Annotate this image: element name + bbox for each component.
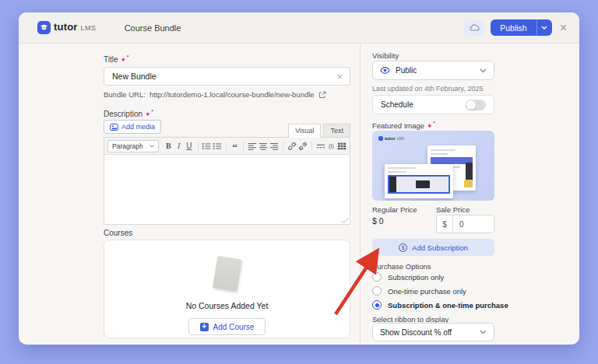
desktop-background: tutor LMS Course Bundle Publish × Title✦ — [0, 0, 598, 364]
page-title: Course Bundle — [125, 23, 181, 33]
align-left-button[interactable] — [248, 140, 257, 152]
header-actions: Publish × — [464, 19, 568, 36]
regular-price-label: Regular Price — [372, 205, 417, 214]
publish-split-button: Publish — [491, 19, 551, 36]
toolbar-divider — [226, 142, 227, 151]
empty-state-illustration — [212, 256, 241, 292]
dollar-circle-icon: $ — [399, 243, 407, 252]
radio-icon — [372, 272, 382, 282]
unlink-button[interactable] — [298, 140, 308, 152]
numbered-list-button[interactable] — [213, 140, 222, 152]
bullet-list-button[interactable] — [202, 140, 211, 152]
featured-image[interactable]: tutor LMS — [372, 131, 494, 201]
save-draft-cloud-button[interactable] — [464, 20, 484, 36]
code-button[interactable]: (i) — [327, 140, 336, 152]
align-right-button[interactable] — [269, 140, 279, 152]
editor-mode-tabs: Visual Text — [104, 124, 350, 138]
toolbar-divider — [311, 142, 312, 151]
course-bundle-window: tutor LMS Course Bundle Publish × Title✦ — [19, 12, 579, 345]
purchase-options-label: Purchase Options — [372, 262, 431, 271]
description-editor: Paragraph B I U “ — [104, 137, 350, 225]
ai-sparkle-icon[interactable]: ✦ — [427, 122, 433, 130]
radio-subscription-only[interactable]: Subscription only — [372, 272, 444, 282]
clear-title-icon[interactable]: × — [336, 71, 343, 82]
toolbar-divider — [243, 142, 244, 151]
title-field-wrap: × — [104, 67, 350, 86]
schedule-row: Schedule — [372, 95, 494, 114]
sale-price-input[interactable] — [453, 215, 494, 233]
courses-empty-box: No Courses Added Yet + Add Course — [104, 240, 350, 338]
read-more-button[interactable] — [316, 140, 325, 152]
add-subscription-button[interactable]: $ Add Subscription — [372, 239, 494, 256]
tutor-logo-icon — [378, 136, 383, 141]
chevron-down-icon — [480, 68, 487, 73]
ai-sparkle-icon[interactable]: ✦ — [145, 110, 151, 118]
toolbar-divider — [198, 142, 199, 151]
mockup-window-front — [385, 164, 453, 198]
window-header: tutor LMS Course Bundle Publish × — [19, 12, 579, 44]
featured-image-label: Featured Image✦ — [372, 121, 433, 130]
toggle-knob — [466, 100, 476, 110]
paragraph-format-select[interactable]: Paragraph — [107, 140, 159, 152]
tab-text[interactable]: Text — [323, 124, 350, 138]
title-input[interactable] — [104, 72, 336, 81]
blockquote-button[interactable]: “ — [230, 140, 239, 152]
tutor-logo-icon — [37, 21, 51, 34]
bundle-url-label: Bundle URL: — [104, 90, 146, 99]
radio-icon — [372, 286, 382, 296]
eye-icon — [380, 66, 390, 75]
tab-visual[interactable]: Visual — [288, 124, 321, 138]
radio-checked-icon — [372, 300, 382, 310]
visibility-value: Public — [396, 66, 474, 75]
chevron-down-icon — [480, 330, 487, 334]
brand-suffix: LMS — [81, 24, 97, 32]
bold-button[interactable]: B — [164, 140, 173, 152]
ribbon-select[interactable]: Show Discount % off — [372, 323, 494, 341]
radio-one-time-only[interactable]: One-time purchase only — [372, 286, 466, 296]
close-icon[interactable]: × — [558, 22, 568, 34]
toolbar-divider — [283, 142, 283, 151]
caret-down-icon — [150, 145, 154, 148]
cloud-icon — [469, 23, 480, 32]
visibility-select[interactable]: Public — [372, 61, 494, 80]
publish-dropdown-button[interactable] — [536, 19, 552, 36]
add-course-button[interactable]: + Add Course — [188, 318, 266, 335]
description-textarea[interactable] — [104, 155, 350, 225]
radio-subscription-and-one-time[interactable]: Subscription & one-time purchase — [372, 300, 508, 310]
publish-button[interactable]: Publish — [491, 19, 536, 36]
currency-symbol: $ — [437, 215, 453, 233]
featured-image-logo: tutor LMS — [378, 136, 404, 141]
courses-empty-text: No Courses Added Yet — [186, 301, 269, 310]
visibility-label: Visibility — [372, 51, 399, 60]
last-updated-text: Last updated on 4th February, 2025 — [372, 85, 483, 93]
link-button[interactable] — [287, 140, 297, 152]
editor-toolbar: Paragraph B I U “ — [104, 138, 350, 155]
sale-price-label: Sale Price — [436, 205, 470, 214]
tutor-lms-logo: tutor LMS — [37, 21, 97, 34]
schedule-label: Schedule — [381, 100, 466, 109]
ribbon-value: Show Discount % off — [380, 328, 474, 337]
regular-price-value: $ 0 — [372, 216, 384, 226]
bundle-url-line: Bundle URL: http://tutordemo-1.local/cou… — [104, 90, 326, 99]
schedule-toggle[interactable] — [466, 100, 486, 110]
title-label: Title✦ — [104, 55, 126, 64]
bundle-url-value: http://tutordemo-1.local/course-bundle/n… — [150, 90, 315, 99]
resize-handle[interactable] — [340, 218, 349, 222]
chevron-down-icon — [541, 26, 547, 30]
edit-url-icon[interactable] — [318, 91, 326, 99]
toolbar-toggle-button[interactable] — [337, 140, 346, 152]
ai-sparkle-icon[interactable]: ✦ — [121, 56, 127, 64]
brand-name: tutor — [54, 21, 78, 33]
align-center-button[interactable] — [259, 140, 268, 152]
courses-label: Courses — [104, 229, 132, 237]
description-label: Description✦ — [104, 110, 151, 118]
sale-price-field: $ — [436, 215, 494, 233]
italic-button[interactable]: I — [174, 140, 183, 152]
underline-button[interactable]: U — [185, 140, 193, 152]
column-divider — [360, 44, 361, 345]
plus-icon: + — [200, 323, 209, 331]
